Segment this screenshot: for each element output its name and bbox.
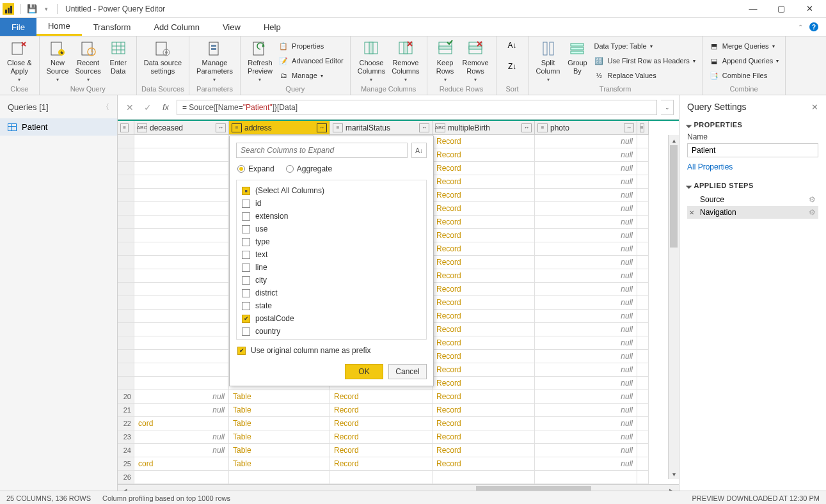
select-all-checkbox[interactable]: (Select All Columns) [238, 184, 425, 197]
tab-transform[interactable]: Transform [82, 18, 143, 36]
column-header-deceased[interactable]: ABCdeceased↔ [134, 121, 229, 135]
split-column-button[interactable]: Split Column▾ [533, 38, 564, 83]
sort-desc-button[interactable]: Z↓ [500, 59, 525, 72]
group-label-parameters: Parameters [193, 84, 236, 95]
query-item-patient[interactable]: Patient [0, 118, 117, 136]
status-columns-rows: 25 COLUMNS, 136 ROWS [6, 494, 91, 502]
status-preview-time: PREVIEW DOWNLOADED AT 12:30 PM [692, 494, 820, 502]
table-row[interactable]: 24nullTableRecordRecordnull [118, 444, 679, 457]
remove-columns-button[interactable]: Remove Columns▾ [388, 38, 422, 83]
new-source-button[interactable]: ★New Source▾ [44, 38, 72, 83]
checkbox-use[interactable]: use [238, 223, 425, 235]
checkbox-extension[interactable]: extension [238, 210, 425, 223]
properties-section[interactable]: PROPERTIES [687, 121, 818, 129]
collapse-ribbon-icon[interactable]: ⌃ [798, 24, 803, 31]
sort-columns-icon[interactable]: A↓ [411, 143, 427, 158]
combine-files-button[interactable]: 📑Combine Files [709, 69, 779, 82]
step-navigation[interactable]: ✕Navigation⚙ [687, 206, 818, 219]
minimize-button[interactable]: — [739, 0, 767, 18]
expand-icon[interactable]: ↔ [419, 123, 429, 132]
manage-button[interactable]: 🗂Manage ▾ [278, 69, 344, 82]
first-row-headers-button[interactable]: 🔠Use First Row as Headers ▾ [594, 54, 695, 67]
checkbox-period[interactable]: period [238, 338, 425, 340]
checkbox-id[interactable]: id [238, 197, 425, 210]
checkbox-text[interactable]: text [238, 248, 425, 261]
vertical-scrollbar[interactable]: ▴ ▾ [668, 135, 679, 479]
manage-parameters-button[interactable]: Manage Parameters▾ [193, 38, 236, 83]
maximize-button[interactable]: ▢ [767, 0, 795, 18]
tab-view[interactable]: View [211, 18, 252, 36]
data-type-button[interactable]: Data Type: Table ▾ [594, 40, 695, 52]
checkbox-city[interactable]: city [238, 274, 425, 287]
checkbox-district[interactable]: district [238, 287, 425, 299]
tab-add-column[interactable]: Add Column [142, 18, 211, 36]
replace-values-button[interactable]: ½Replace Values [594, 69, 695, 82]
table-row[interactable]: 22cordTableRecordRecordnull [118, 417, 679, 430]
sort-asc-button[interactable]: A↓ [500, 38, 525, 51]
formula-input[interactable]: = Source{[Name="Patient"]}[Data] [177, 100, 657, 115]
recent-sources-button[interactable]: Recent Sources▾ [72, 38, 104, 83]
tab-help[interactable]: Help [252, 18, 292, 36]
radio-expand[interactable]: Expand [237, 164, 274, 173]
radio-aggregate[interactable]: Aggregate [286, 164, 332, 173]
step-source[interactable]: Source⚙ [687, 193, 818, 206]
append-queries-button[interactable]: ⬓Append Queries ▾ [709, 54, 779, 67]
applied-steps-section[interactable]: APPLIED STEPS [687, 182, 818, 189]
fx-icon[interactable]: fx [159, 100, 173, 114]
tab-home[interactable]: Home [36, 18, 82, 36]
checkbox-type[interactable]: type [238, 235, 425, 248]
table-row[interactable]: 26 [118, 471, 679, 484]
data-source-settings-button[interactable]: Data source settings [141, 38, 185, 75]
expand-icon[interactable]: ↔ [624, 123, 634, 132]
column-header-next[interactable]: ≡ [637, 121, 649, 135]
checkbox-postalCode[interactable]: postalCode [238, 312, 425, 325]
column-header-photo[interactable]: ≡photo↔ [535, 121, 637, 135]
qat-dropdown-icon[interactable]: ▾ [40, 3, 52, 15]
group-by-button[interactable]: Group By [563, 38, 591, 75]
expand-column-icon[interactable]: ↔ [317, 123, 327, 132]
advanced-editor-button[interactable]: 📝Advanced Editor [278, 54, 344, 67]
close-apply-button[interactable]: Close & Apply▾ [4, 38, 35, 83]
remove-rows-button[interactable]: Remove Rows▾ [459, 38, 492, 83]
checkbox-state[interactable]: state [238, 299, 425, 312]
horizontal-scrollbar[interactable]: ◂ ▸ [118, 484, 679, 491]
keep-rows-button[interactable]: Keep Rows▾ [431, 38, 459, 83]
column-header-multiplebirth[interactable]: ABCmultipleBirth↔ [433, 121, 535, 135]
delete-step-icon[interactable]: ✕ [689, 209, 694, 216]
enter-data-button[interactable]: Enter Data [104, 38, 132, 75]
svg-rect-30 [439, 46, 452, 49]
expand-icon[interactable]: ↔ [521, 123, 532, 132]
ok-button[interactable]: OK [345, 364, 383, 379]
save-icon[interactable]: 💾 [26, 3, 38, 15]
column-header-marital[interactable]: ≡maritalStatus↔ [330, 121, 433, 135]
status-bar: 25 COLUMNS, 136 ROWS Column profiling ba… [0, 491, 826, 504]
help-icon[interactable]: ? [809, 22, 818, 31]
all-properties-link[interactable]: All Properties [687, 162, 818, 171]
query-name-input[interactable] [687, 143, 818, 157]
refresh-preview-button[interactable]: Refresh Preview▾ [244, 38, 276, 83]
close-settings-icon[interactable]: ✕ [811, 102, 818, 112]
checkbox-country[interactable]: country [238, 325, 425, 338]
checkbox-line[interactable]: line [238, 261, 425, 274]
merge-queries-button[interactable]: ⬒Merge Queries ▾ [709, 40, 779, 52]
gear-icon[interactable]: ⚙ [809, 208, 816, 217]
table-row[interactable]: 25cordTableRecordRecordnull [118, 457, 679, 471]
formula-cancel-icon[interactable]: ✕ [123, 100, 137, 114]
row-num-header[interactable]: ≡ [118, 121, 134, 135]
table-row[interactable]: 20nullTableRecordRecordnull [118, 390, 679, 404]
properties-button[interactable]: 📋Properties [278, 40, 344, 52]
expand-search-input[interactable] [236, 143, 408, 158]
choose-columns-button[interactable]: Choose Columns▾ [354, 38, 388, 83]
gear-icon[interactable]: ⚙ [809, 195, 816, 204]
tab-file[interactable]: File [0, 18, 36, 36]
expand-icon[interactable]: ↔ [216, 123, 226, 132]
table-row[interactable]: 21nullTableRecordRecordnull [118, 404, 679, 417]
table-row[interactable]: 23nullTableRecordRecordnull [118, 430, 679, 444]
formula-expand-icon[interactable]: ⌄ [661, 100, 674, 115]
cancel-button[interactable]: Cancel [388, 364, 427, 379]
close-button[interactable]: ✕ [795, 0, 823, 18]
prefix-checkbox[interactable] [237, 347, 246, 355]
formula-confirm-icon[interactable]: ✓ [141, 100, 155, 114]
collapse-queries-icon[interactable]: 〈 [102, 102, 109, 113]
column-header-address[interactable]: ≡address↔ A↓ Expand Aggregate (Select Al… [229, 121, 330, 135]
